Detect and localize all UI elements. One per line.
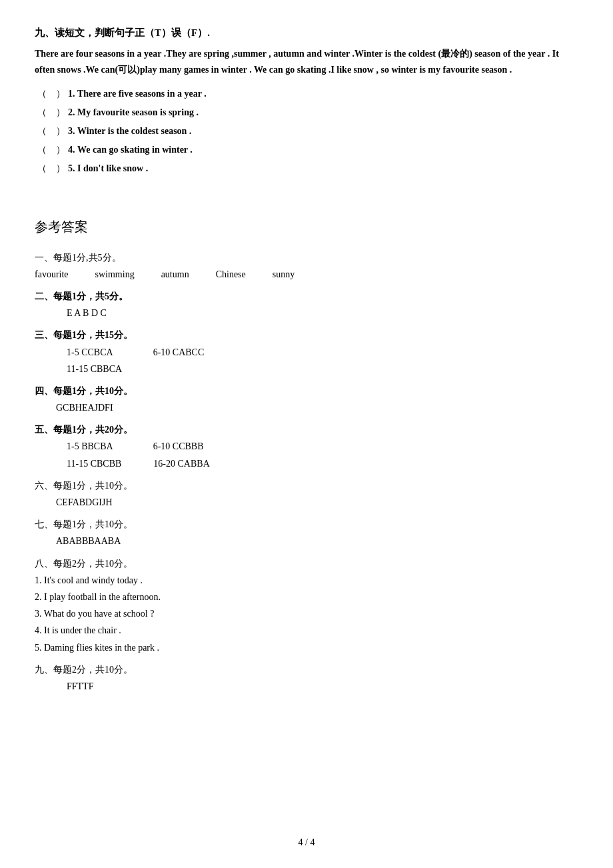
answer-8-item-4: 4. It is under the chair . — [35, 622, 578, 639]
answer-9-content: FFTTF — [67, 678, 578, 695]
answer-4-content: GCBHEAJDFI — [56, 399, 578, 416]
answer-8-item-5: 5. Daming flies kites in the park . — [35, 639, 578, 656]
reading-passage: There are four seasons in a year .They a… — [35, 46, 578, 78]
answer-block-2: 二、每题1分，共5分。 E A B D C — [35, 288, 578, 321]
answer-label-1: 一、每题1分,共5分。 — [35, 249, 578, 266]
answer-2-content: E A B D C — [67, 305, 578, 321]
tf-item-1: （ ）1. There are five seasons in a year . — [37, 85, 578, 103]
answer-title: 参考答案 — [35, 218, 578, 236]
answer-label-5: 五、每题1分，共20分。 — [35, 421, 578, 438]
answer-3-row1: 1-5 CCBCA 6-10 CABCC — [67, 344, 578, 361]
answer-block-6: 六、每题1分，共10分。 CEFABDGIJH — [35, 477, 578, 511]
answer-label-2: 二、每题1分，共5分。 — [35, 288, 578, 305]
tf-item-4: （ ）4. We can go skating in winter . — [37, 141, 578, 159]
answer-label-7: 七、每题1分，共10分。 — [35, 516, 578, 533]
answer-label-8: 八、每题2分，共10分。 — [35, 555, 578, 572]
answer-block-7: 七、每题1分，共10分。 ABABBBAABA — [35, 516, 578, 549]
answer-3-row2: 11-15 CBBCA — [67, 361, 578, 377]
answer-block-9: 九、每题2分，共10分。 FFTTF — [35, 661, 578, 695]
answer-label-4: 四、每题1分，共10分。 — [35, 383, 578, 399]
answer-label-3: 三、每题1分，共15分。 — [35, 327, 578, 343]
answer-block-8: 八、每题2分，共10分。 1. It's cool and windy toda… — [35, 555, 578, 656]
section-9: 九、读短文，判断句子正（T）误（F）. There are four seaso… — [35, 27, 578, 178]
answer-label-9: 九、每题2分，共10分。 — [35, 661, 578, 678]
answer-8-item-2: 2. I play football in the afternoon. — [35, 589, 578, 605]
answer-block-1: 一、每题1分,共5分。 favourite swimming autumn Ch… — [35, 249, 578, 283]
page-footer: 4 / 4 — [0, 837, 613, 848]
answer-block-4: 四、每题1分，共10分。 GCBHEAJDFI — [35, 383, 578, 416]
answer-5-row1: 1-5 BBCBA 6-10 CCBBB — [67, 438, 578, 455]
answer-5-row2: 11-15 CBCBB 16-20 CABBA — [67, 455, 578, 472]
answer-7-content: ABABBBAABA — [56, 533, 578, 549]
tf-item-5: （ ）5. I don't like snow . — [37, 159, 578, 178]
answer-6-content: CEFABDGIJH — [56, 494, 578, 511]
answer-8-item-3: 3. What do you have at school ? — [35, 605, 578, 622]
answer-block-5: 五、每题1分，共20分。 1-5 BBCBA 6-10 CCBBB 11-15 … — [35, 421, 578, 472]
answer-1-content: favourite swimming autumn Chinese sunny — [35, 266, 578, 283]
page-number: 4 / 4 — [299, 837, 315, 847]
tf-item-3: （ ）3. Winter is the coldest season . — [37, 122, 578, 141]
answer-8-item-1: 1. It's cool and windy today . — [35, 572, 578, 589]
answer-section: 参考答案 一、每题1分,共5分。 favourite swimming autu… — [35, 218, 578, 695]
tf-item-2: （ ）2. My favourite season is spring . — [37, 103, 578, 122]
answer-block-3: 三、每题1分，共15分。 1-5 CCBCA 6-10 CABCC 11-15 … — [35, 327, 578, 377]
answer-label-6: 六、每题1分，共10分。 — [35, 477, 578, 494]
section-9-title: 九、读短文，判断句子正（T）误（F）. — [35, 27, 578, 39]
